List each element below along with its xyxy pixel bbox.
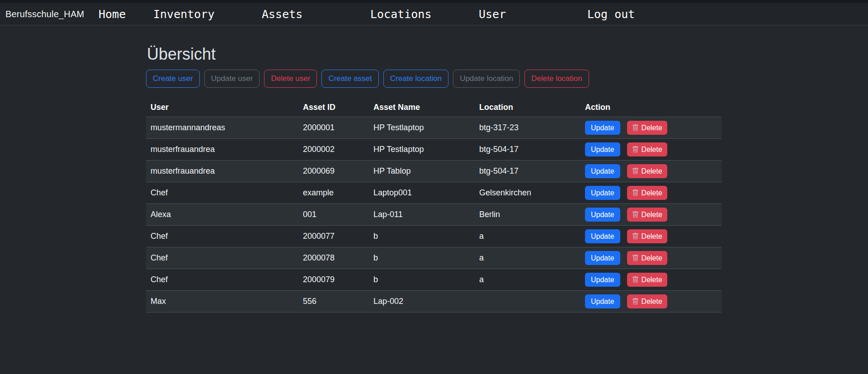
trash-icon (632, 124, 639, 131)
update-button[interactable]: Update (585, 251, 620, 265)
cell-location: a (475, 226, 580, 247)
update-location-button[interactable]: Update location (453, 70, 520, 88)
cell-asset-id: 2000078 (298, 247, 369, 269)
table-row: Chef 2000079 b a Update Delete (146, 269, 722, 291)
delete-button-label: Delete (642, 275, 662, 284)
delete-button[interactable]: Delete (627, 142, 667, 156)
cell-asset-id: 2000077 (298, 226, 369, 247)
table-row: Alexa 001 Lap-011 Berlin Update Delete (146, 204, 722, 226)
cell-action: Update Delete (580, 117, 722, 139)
nav-item-log-out[interactable]: Log out (587, 7, 635, 20)
update-button[interactable]: Update (585, 294, 620, 308)
cell-user: musterfrauandrea (146, 161, 298, 182)
create-asset-button[interactable]: Create asset (321, 70, 378, 88)
table-row: mustermannandreas 2000001 HP Testlaptop … (146, 117, 722, 139)
nav-item-home[interactable]: Home (99, 7, 126, 20)
table-row: Max 556 Lap-002 Update Delete (146, 291, 722, 312)
cell-user: Chef (146, 182, 298, 204)
update-button[interactable]: Update (585, 121, 620, 135)
table-row: musterfrauandrea 2000069 HP Tablop btg-5… (146, 161, 722, 182)
delete-button[interactable]: Delete (627, 273, 667, 287)
cell-action: Update Delete (580, 139, 722, 161)
nav-item-assets[interactable]: Assets (262, 7, 302, 20)
main-content: Übersicht Create userUpdate userDelete u… (0, 44, 868, 312)
nav-item-locations[interactable]: Locations (370, 7, 431, 20)
page-title: Übersicht (147, 44, 868, 64)
cell-asset-name: b (369, 247, 475, 269)
cell-asset-id: 2000069 (298, 161, 369, 182)
column-header-location: Location (475, 99, 580, 117)
table-row: Chef example Laptop001 Gelsenkirchen Upd… (146, 182, 722, 204)
cell-asset-name: Laptop001 (369, 182, 475, 204)
update-button[interactable]: Update (585, 142, 620, 156)
cell-location: Berlin (475, 204, 580, 226)
cell-asset-id: 001 (298, 204, 369, 226)
table-row: Chef 2000078 b a Update Delete (146, 247, 722, 269)
navbar-items: HomeInventoryAssetsLocationsUserLog out (0, 3, 868, 25)
cell-asset-name: HP Tablop (369, 161, 475, 182)
cell-action: Update Delete (580, 226, 722, 247)
delete-button[interactable]: Delete (627, 294, 667, 308)
delete-location-button[interactable]: Delete location (524, 70, 589, 88)
cell-location: a (475, 247, 580, 269)
create-location-button[interactable]: Create location (383, 70, 448, 88)
update-button[interactable]: Update (585, 208, 620, 222)
cell-location (475, 291, 580, 312)
trash-icon (632, 233, 639, 240)
trash-icon (632, 255, 639, 261)
update-button[interactable]: Update (585, 273, 620, 287)
delete-button[interactable]: Delete (627, 121, 667, 135)
trash-icon (632, 189, 639, 196)
cell-asset-name: Lap-002 (369, 291, 475, 312)
update-button[interactable]: Update (585, 229, 620, 243)
cell-action: Update Delete (580, 291, 722, 312)
cell-asset-name: b (369, 226, 475, 247)
trash-icon (632, 211, 639, 218)
delete-button[interactable]: Delete (627, 164, 667, 178)
cell-user: musterfrauandrea (146, 139, 298, 161)
update-user-button[interactable]: Update user (204, 70, 260, 88)
cell-asset-name: Lap-011 (369, 204, 475, 226)
cell-user: Chef (146, 226, 298, 247)
nav-item-inventory[interactable]: Inventory (153, 7, 214, 20)
toolbar: Create userUpdate userDelete userCreate … (146, 70, 868, 88)
update-button[interactable]: Update (585, 186, 620, 200)
delete-user-button[interactable]: Delete user (264, 70, 317, 88)
cell-user: Chef (146, 269, 298, 291)
table-row: Chef 2000077 b a Update Delete (146, 226, 722, 247)
assets-table: UserAsset IDAsset NameLocationAction mus… (146, 99, 722, 312)
cell-location: a (475, 269, 580, 291)
cell-asset-id: 2000002 (298, 139, 369, 161)
delete-button[interactable]: Delete (627, 251, 667, 265)
cell-location: btg-504-17 (475, 139, 580, 161)
navbar: Berufsschule_HAM HomeInventoryAssetsLoca… (0, 3, 868, 25)
cell-user: Alexa (146, 204, 298, 226)
delete-button-label: Delete (642, 232, 662, 241)
cell-asset-name: HP Testlaptop (369, 117, 475, 139)
delete-button[interactable]: Delete (627, 208, 667, 222)
cell-action: Update Delete (580, 161, 722, 182)
delete-button-label: Delete (642, 254, 662, 262)
table-header-row: UserAsset IDAsset NameLocationAction (146, 99, 722, 117)
trash-icon (632, 168, 639, 175)
column-header-asset-id: Asset ID (298, 99, 369, 117)
cell-asset-name: HP Testlaptop (369, 139, 475, 161)
cell-action: Update Delete (580, 247, 722, 269)
delete-button[interactable]: Delete (627, 229, 667, 243)
delete-button[interactable]: Delete (627, 186, 667, 200)
cell-asset-id: example (298, 182, 369, 204)
cell-asset-id: 2000079 (298, 269, 369, 291)
delete-button-label: Delete (642, 210, 662, 219)
delete-button-label: Delete (642, 297, 662, 306)
create-user-button[interactable]: Create user (146, 70, 200, 88)
column-header-asset-name: Asset Name (369, 99, 475, 117)
cell-location: btg-504-17 (475, 161, 580, 182)
cell-location: Gelsenkirchen (475, 182, 580, 204)
column-header-action: Action (580, 99, 722, 117)
cell-user: Chef (146, 247, 298, 269)
cell-asset-id: 556 (298, 291, 369, 312)
nav-item-user[interactable]: User (479, 7, 506, 20)
delete-button-label: Delete (642, 167, 662, 175)
cell-asset-id: 2000001 (298, 117, 369, 139)
update-button[interactable]: Update (585, 164, 620, 178)
